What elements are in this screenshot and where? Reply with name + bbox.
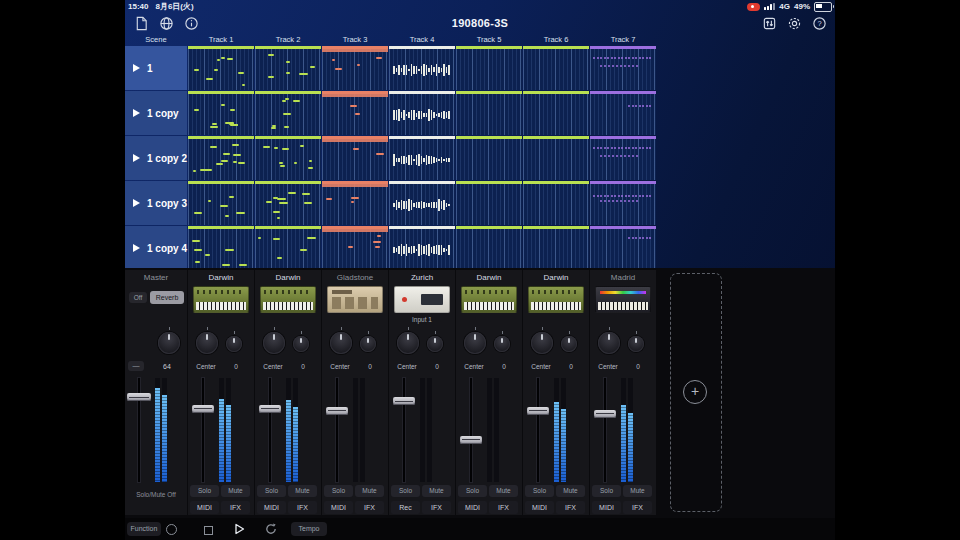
solo-button[interactable]: Solo [324,485,353,497]
clip-cell[interactable] [523,91,589,135]
clip-cell[interactable] [322,91,388,135]
clip-cell[interactable] [523,226,589,270]
gadget-thumbnail-darwin[interactable] [260,286,316,313]
midi-button[interactable]: MIDI [592,501,621,514]
solo-button[interactable]: Solo [592,485,621,497]
solo-button[interactable]: Solo [257,485,286,497]
clip-cell[interactable] [389,226,455,270]
mute-button[interactable]: Mute [221,485,250,497]
ifx-button[interactable]: IFX [623,501,652,514]
clip-cell[interactable] [523,136,589,180]
clip-cell[interactable] [456,91,522,135]
mute-button[interactable]: Mute [288,485,317,497]
send-knob[interactable] [293,336,309,352]
ifx-button[interactable]: IFX [288,501,317,514]
fader-track[interactable] [537,378,539,482]
clip-cell[interactable] [523,181,589,225]
fader-track[interactable] [202,378,204,482]
clip-cell[interactable] [188,136,254,180]
send-knob[interactable] [427,336,443,352]
send-knob[interactable] [226,336,242,352]
clip-cell[interactable] [322,46,388,90]
midi-button[interactable]: MIDI [324,501,353,514]
midi-button[interactable]: MIDI [458,501,487,514]
clip-cell[interactable] [188,46,254,90]
function-button[interactable]: Function [127,522,161,536]
clip-cell[interactable] [188,91,254,135]
mute-button[interactable]: Mute [489,485,518,497]
ifx-button[interactable]: IFX [221,501,250,514]
add-track-slot[interactable]: + [670,273,722,512]
fader-handle[interactable] [326,407,348,415]
master-fader-handle[interactable] [127,393,151,401]
midi-button[interactable]: MIDI [190,501,219,514]
scene-cell[interactable]: 1 [125,46,187,90]
clip-cell[interactable] [389,136,455,180]
clip-cell[interactable] [456,226,522,270]
scene-cell[interactable]: 1 copy 2 [125,136,187,180]
record-button[interactable] [166,524,177,535]
master-minus-button[interactable]: — [128,361,144,371]
scene-cell[interactable]: 1 copy [125,91,187,135]
fader-handle[interactable] [594,410,616,418]
solo-button[interactable]: Solo [525,485,554,497]
mute-button[interactable]: Mute [623,485,652,497]
midi-button[interactable]: MIDI [257,501,286,514]
clip-cell[interactable] [590,181,656,225]
scene-cell[interactable]: 1 copy 4 [125,226,187,270]
fader-handle[interactable] [192,405,214,413]
solo-mute-off-label[interactable]: Solo/Mute Off [125,491,187,498]
clip-cell[interactable] [255,46,321,90]
fader-handle[interactable] [259,405,281,413]
fader-handle[interactable] [393,397,415,405]
clip-cell[interactable] [389,181,455,225]
midi-button[interactable]: MIDI [525,501,554,514]
clip-cell[interactable] [590,91,656,135]
pan-knob[interactable] [598,332,620,354]
gadget-thumbnail-darwin[interactable] [193,286,249,313]
fader-track[interactable] [269,378,271,482]
ifx-button[interactable]: IFX [422,501,451,514]
solo-button[interactable]: Solo [458,485,487,497]
clip-cell[interactable] [389,91,455,135]
clip-cell[interactable] [322,136,388,180]
rec-button[interactable]: Rec [391,501,420,514]
gadget-thumbnail-madrid[interactable] [595,286,651,313]
ifx-button[interactable]: IFX [355,501,384,514]
add-track-button[interactable]: + [683,380,707,404]
mute-button[interactable]: Mute [422,485,451,497]
master-knob[interactable] [158,332,180,354]
clip-cell[interactable] [523,46,589,90]
mute-button[interactable]: Mute [355,485,384,497]
clip-cell[interactable] [322,226,388,270]
send-knob[interactable] [561,336,577,352]
fader-track[interactable] [403,378,405,482]
clip-cell[interactable] [456,136,522,180]
send-knob[interactable] [360,336,376,352]
pan-knob[interactable] [196,332,218,354]
clip-cell[interactable] [255,91,321,135]
mute-button[interactable]: Mute [556,485,585,497]
fader-track[interactable] [336,378,338,482]
play-button[interactable] [231,521,247,537]
pan-knob[interactable] [330,332,352,354]
pan-knob[interactable] [397,332,419,354]
gadget-thumbnail-darwin[interactable] [461,286,517,313]
loop-button[interactable] [263,521,279,537]
stop-button[interactable] [204,526,213,535]
clip-cell[interactable] [389,46,455,90]
clip-cell[interactable] [322,181,388,225]
ifx-button[interactable]: IFX [489,501,518,514]
solo-button[interactable]: Solo [391,485,420,497]
fader-handle[interactable] [460,436,482,444]
fader-handle[interactable] [527,407,549,415]
clip-cell[interactable] [590,226,656,270]
fader-track[interactable] [604,378,606,482]
fader-track[interactable] [470,378,472,482]
pan-knob[interactable] [464,332,486,354]
send-knob[interactable] [494,336,510,352]
clip-cell[interactable] [255,136,321,180]
clip-cell[interactable] [255,226,321,270]
master-off-button[interactable]: Off [129,292,147,303]
gadget-thumbnail-gladstone[interactable] [327,286,383,313]
